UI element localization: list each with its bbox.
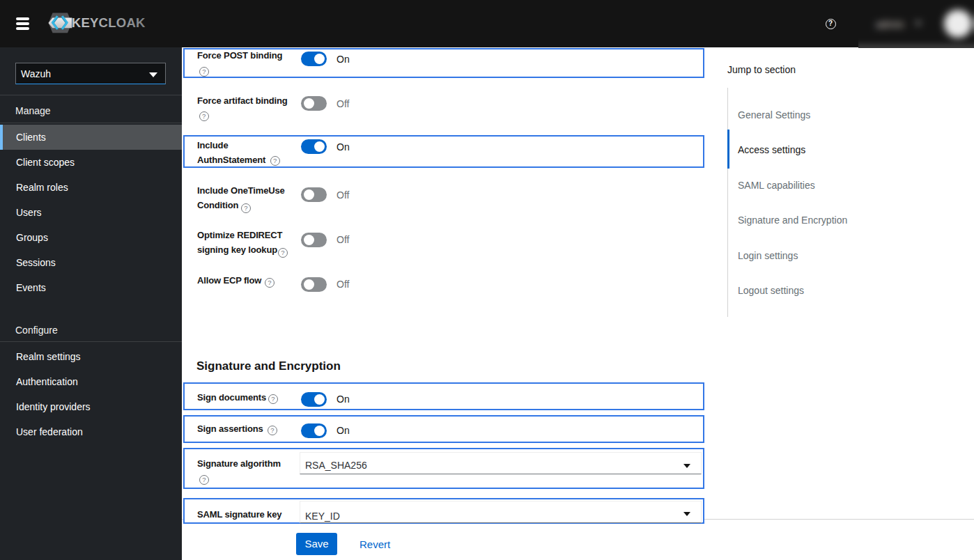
svg-text:KEYCLOAK: KEYCLOAK [72, 15, 146, 30]
